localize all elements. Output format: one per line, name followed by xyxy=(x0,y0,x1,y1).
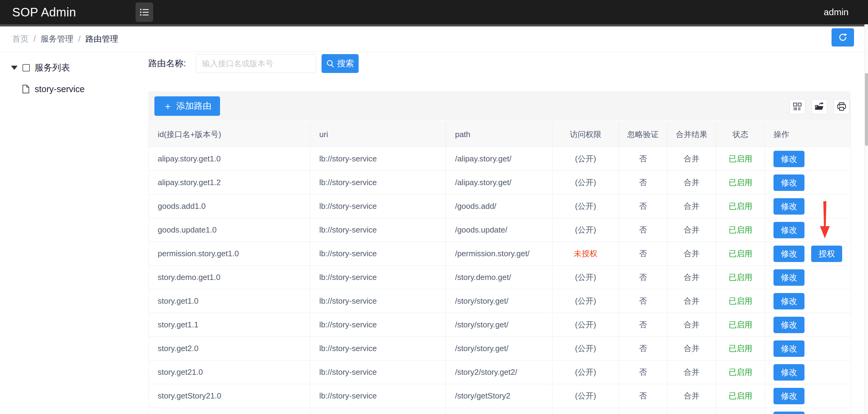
cell-ignore_validate: 否 xyxy=(619,218,668,242)
modify-button[interactable]: 修改 xyxy=(773,317,804,333)
cell-text-permission: (公开) xyxy=(575,177,596,188)
column-header-ignore_validate: 忽略验证 xyxy=(619,122,668,147)
cell-ignore_validate: 否 xyxy=(619,289,668,313)
cell-text-uri: lb://story-service xyxy=(319,225,377,235)
cell-text-status: 已启用 xyxy=(728,367,752,378)
column-header-status: 状态 xyxy=(716,122,765,147)
modify-button[interactable]: 修改 xyxy=(773,175,804,191)
modify-button[interactable]: 修改 xyxy=(773,198,804,215)
cell-path: /story/story.get/ xyxy=(446,313,553,336)
modify-button[interactable]: 修改 xyxy=(773,269,804,286)
breadcrumb-home[interactable]: 首页 xyxy=(12,34,29,43)
cell-text-uri: lb://story-service xyxy=(319,178,377,187)
cell-status: 已启用 xyxy=(716,195,765,218)
cell-uri: lb://story-service xyxy=(310,195,446,218)
cell-status: 已启用 xyxy=(716,289,765,313)
modify-button[interactable]: 修改 xyxy=(773,151,804,167)
modify-button[interactable]: 修改 xyxy=(773,388,804,404)
columns-setting-button[interactable] xyxy=(789,99,805,114)
tree-node-service-list[interactable]: 服务列表 xyxy=(0,59,148,76)
print-icon xyxy=(836,101,847,112)
cell-text-ignore_validate: 否 xyxy=(639,343,647,354)
cell-text-ignore_validate: 否 xyxy=(639,177,647,188)
table-row: permission.story.get1.0lb://story-servic… xyxy=(149,242,851,265)
breadcrumb-separator: / xyxy=(33,34,36,43)
cell-actions: 修改 xyxy=(765,408,851,414)
cell-text-permission: (公开) xyxy=(575,320,596,330)
breadcrumb-bar: 首页/服务管理/路由管理 xyxy=(0,26,864,52)
tree-node-label: 服务列表 xyxy=(35,62,70,74)
cell-text-uri: lb://story-service xyxy=(319,344,377,353)
cell-text-uri: lb://story-service xyxy=(319,154,377,164)
print-button[interactable] xyxy=(834,99,849,114)
cell-text-ignore_validate: 否 xyxy=(639,391,647,401)
table-row: story.get2.0lb://story-service/story/sto… xyxy=(149,336,851,360)
export-icon xyxy=(814,101,825,112)
modify-button[interactable]: 修改 xyxy=(773,364,804,381)
cell-permission: (公开) xyxy=(553,171,619,194)
cell-id: alipay.story.get1.2 xyxy=(149,171,310,194)
app-header: SOP Admin admin xyxy=(0,0,868,24)
vertical-scrollbar xyxy=(864,24,868,414)
cell-text-merge_result: 合并 xyxy=(684,272,699,283)
cell-text-path: /story/story.get/ xyxy=(455,344,508,353)
tree-node-story-service[interactable]: story-service xyxy=(0,81,148,97)
cell-actions: 修改授权 xyxy=(765,242,851,265)
caret-down-icon[interactable] xyxy=(11,66,18,70)
cell-text-ignore_validate: 否 xyxy=(639,248,647,259)
cell-merge_result: 合并 xyxy=(668,313,716,336)
cell-text-ignore_validate: 否 xyxy=(639,367,647,378)
search-button-label: 搜索 xyxy=(337,58,354,69)
search-button[interactable]: 搜索 xyxy=(321,54,359,73)
columns-icon xyxy=(792,101,803,112)
routes-table: id(接口名+版本号)uripath访问权限忽略验证合并结果状态操作alipay… xyxy=(148,122,851,414)
cell-permission: (公开) xyxy=(553,266,619,289)
cell-merge_result: 合并 xyxy=(668,337,716,360)
cell-text-merge_result: 合并 xyxy=(684,343,699,354)
modify-button[interactable]: 修改 xyxy=(773,222,804,238)
cell-permission: (公开) xyxy=(553,337,619,360)
modify-button[interactable]: 修改 xyxy=(773,246,804,262)
column-header-merge_result: 合并结果 xyxy=(668,122,716,147)
cell-text-status: 已启用 xyxy=(728,201,752,212)
cell-status: 已启用 xyxy=(716,337,765,360)
cell-id: goods.add1.0 xyxy=(149,195,310,218)
breadcrumb-separator: / xyxy=(79,34,81,43)
cell-ignore_validate xyxy=(619,408,668,414)
user-menu[interactable]: admin xyxy=(824,0,848,24)
breadcrumb-service-mgmt[interactable]: 服务管理 xyxy=(41,34,73,43)
cell-id: story.getStory21.0 xyxy=(149,384,310,408)
cell-permission: 未授权 xyxy=(553,242,619,265)
cell-text-ignore_validate: 否 xyxy=(639,201,647,212)
modify-button[interactable]: 修改 xyxy=(773,341,804,357)
modify-button[interactable]: 修改 xyxy=(773,412,804,414)
cell-status: 已启用 xyxy=(716,360,765,384)
refresh-button[interactable] xyxy=(832,28,854,47)
cell-text-id: story.get1.1 xyxy=(158,320,198,329)
modify-button[interactable]: 修改 xyxy=(773,293,804,309)
breadcrumb-current: 路由管理 xyxy=(85,34,118,43)
collapse-menu-button[interactable] xyxy=(135,2,153,22)
export-button[interactable] xyxy=(811,99,827,114)
cell-text-uri: lb://story-service xyxy=(319,320,377,329)
cell-merge_result: 合并 xyxy=(668,266,716,289)
add-route-button[interactable]: ＋ 添加路由 xyxy=(154,96,220,116)
cell-text-permission: (公开) xyxy=(575,225,596,235)
authorize-button[interactable]: 授权 xyxy=(811,246,842,262)
cell-id: alipay.story.get1.0 xyxy=(149,147,310,171)
column-header-permission: 访问权限 xyxy=(553,122,619,147)
route-name-input[interactable] xyxy=(196,54,316,73)
cell-text-permission: (公开) xyxy=(575,153,596,164)
main-content: 路由名称: 搜索 ＋ 添加路由 xyxy=(148,52,851,414)
cell-text-status: 已启用 xyxy=(728,177,752,188)
scrollbar-thumb[interactable] xyxy=(865,73,868,146)
cell-permission: (公开) xyxy=(553,360,619,384)
cell-permission xyxy=(553,408,619,414)
route-management-page: SOP Admin admin 首页/服务管理/路由管理 xyxy=(0,0,868,414)
cell-actions: 修改 xyxy=(765,384,851,408)
cell-actions: 修改 xyxy=(765,195,851,218)
cell-text-merge_result: 合并 xyxy=(684,296,699,306)
cell-path: /story/story.get/ xyxy=(446,337,553,360)
cell-text-status: 已启用 xyxy=(728,272,752,283)
cell-text-id: permission.story.get1.0 xyxy=(158,249,239,258)
